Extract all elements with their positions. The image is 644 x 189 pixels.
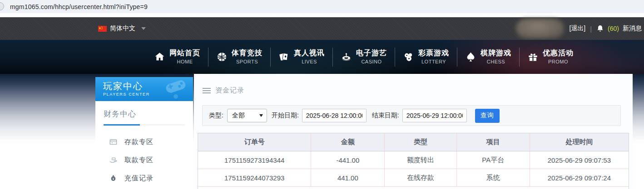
cell-amount: 441.00 xyxy=(311,169,385,186)
cell-amount: -441.00 xyxy=(311,151,385,169)
favicon-icon xyxy=(0,2,4,10)
money-bag-icon xyxy=(109,174,118,183)
cell-project: PA平台 xyxy=(457,151,530,169)
nav-item-lives[interactable]: 真人视讯 LIVES xyxy=(271,40,332,74)
cell-project: 系统 xyxy=(457,169,530,186)
type-select-value: 全部 xyxy=(232,111,245,120)
sidebar-item-label: 取款专区 xyxy=(124,156,154,165)
search-button[interactable]: 查询 xyxy=(475,109,500,123)
nav-label-en: LOTTERY xyxy=(421,59,446,64)
nav-label-en: LIVES xyxy=(302,59,317,64)
col-process-time: 处理时间 xyxy=(530,133,629,151)
basketball-icon xyxy=(216,51,228,63)
page-background: 玩家中心 PLAYERS CENTER 财务中心 xyxy=(0,74,644,189)
nav-item-promo[interactable]: 优惠活动 PROMO xyxy=(520,40,581,74)
cell-order-number: 1751159273194344 xyxy=(198,151,311,169)
start-date-label: 开始日期: xyxy=(272,111,299,120)
withdraw-hand-icon xyxy=(109,156,118,165)
nav-label-en: SPORTS xyxy=(236,59,258,64)
col-amount: 金额 xyxy=(311,133,385,151)
sidebar-item-deposit-zone[interactable]: 存款专区 xyxy=(95,133,193,151)
table-row-partial xyxy=(198,187,629,189)
home-icon xyxy=(154,51,165,63)
sidebar-section-finance: 财务中心 xyxy=(95,101,193,129)
nav-item-home[interactable]: 网站首页 HOME xyxy=(146,40,208,74)
gift-icon xyxy=(527,51,539,63)
hamburger-icon xyxy=(203,88,211,93)
type-select[interactable]: 全部 xyxy=(227,109,267,122)
end-date-label: 结束日期: xyxy=(372,111,399,120)
messages-link[interactable]: (60) 新消息 xyxy=(596,24,642,33)
filter-bar: 类型: 全部 开始日期: 结束日期: 查询 xyxy=(202,105,621,126)
section-title: 财务中心 xyxy=(104,109,185,119)
page-title: 资金记录 xyxy=(215,86,244,95)
sidebar-header[interactable]: 玩家中心 PLAYERS CENTER xyxy=(95,77,193,101)
type-label: 类型: xyxy=(209,111,223,120)
nav-label-en: CHESS xyxy=(487,59,505,64)
col-project: 项目 xyxy=(457,133,530,151)
section-divider xyxy=(104,125,185,125)
nav-label-zh: 体育竞技 xyxy=(232,49,263,57)
sidebar-item-label: 存款专区 xyxy=(124,138,154,146)
roulette-icon xyxy=(341,51,352,63)
sidebar: 玩家中心 PLAYERS CENTER 财务中心 xyxy=(95,77,193,189)
language-selector[interactable]: 简体中文 xyxy=(98,17,146,40)
sidebar-item-label: 充值记录 xyxy=(124,174,154,183)
nav-label-en: HOME xyxy=(177,59,193,64)
main-content: 资金记录 类型: 全部 开始日期: 结束日期: 查询 订单号 金额 类型 项目 … xyxy=(194,74,633,189)
start-date-input[interactable] xyxy=(302,109,367,122)
message-count-badge: (60) xyxy=(608,25,619,32)
nav-label-en: CASINO xyxy=(361,59,381,64)
sidebar-item-recharge-records[interactable]: 充值记录 xyxy=(95,169,193,187)
col-type: 类型 xyxy=(385,133,456,151)
cell-type: 在线存款 xyxy=(385,169,456,186)
chevron-down-icon xyxy=(141,27,146,30)
nav-label-zh: 网站首页 xyxy=(169,49,200,57)
message-label: 新消息 xyxy=(623,24,642,33)
table-header-row: 订单号 金额 类型 项目 处理时间 xyxy=(198,133,629,151)
nav-item-casino[interactable]: 电子游艺 CASINO xyxy=(333,40,395,74)
china-flag-icon xyxy=(98,26,107,32)
nav-label-zh: 彩票游戏 xyxy=(418,49,449,57)
nav-item-lottery[interactable]: 彩票游戏 LOTTERY xyxy=(395,40,457,74)
nav-label-en: PROMO xyxy=(548,59,568,64)
lottery-balls-icon xyxy=(403,51,414,63)
sidebar-item-withdraw-zone[interactable]: 取款专区 xyxy=(95,151,193,169)
username-redacted xyxy=(516,19,564,39)
nav-item-sports[interactable]: 体育竞技 SPORTS xyxy=(208,40,270,74)
nav-label-zh: 棋牌游戏 xyxy=(481,49,511,57)
cell-process-time: 2025-06-29 09:07:53 xyxy=(530,151,629,169)
cell-type: 额度转出 xyxy=(385,151,456,169)
table-row: 1751159273194344 -441.00 额度转出 PA平台 2025-… xyxy=(198,151,629,169)
end-date-input[interactable] xyxy=(402,109,467,122)
url-text[interactable]: mgm1065.com/hhcp/usercenter.html?iniType… xyxy=(10,3,148,10)
header-divider: | xyxy=(590,25,592,33)
bell-icon xyxy=(596,24,604,33)
spade-icon xyxy=(465,51,476,63)
site-top-header: 简体中文 [退出] | (60) 新消息 xyxy=(0,17,644,40)
logout-button[interactable]: [退出] xyxy=(569,24,585,33)
deposit-card-icon xyxy=(109,138,118,146)
nav-label-zh: 电子游艺 xyxy=(356,49,387,57)
main-nav: 网站首页 HOME 体育竞技 SPORTS 真人视讯 LIVES xyxy=(0,40,644,74)
cell-process-time: 2025-06-29 09:07:24 xyxy=(530,169,629,186)
table-row: 1751159244073293 441.00 在线存款 系统 2025-06-… xyxy=(198,169,629,187)
chevron-down-icon xyxy=(259,114,263,117)
nav-label-zh: 真人视讯 xyxy=(294,49,325,57)
nav-item-chess[interactable]: 棋牌游戏 CHESS xyxy=(457,40,519,74)
cards-icon xyxy=(278,51,290,63)
language-label: 简体中文 xyxy=(110,24,135,33)
browser-url-bar[interactable]: mgm1065.com/hhcp/usercenter.html?iniType… xyxy=(0,0,644,13)
nav-label-zh: 优惠活动 xyxy=(543,49,574,57)
col-order-number: 订单号 xyxy=(198,133,311,151)
cell-order-number: 1751159244073293 xyxy=(198,169,311,186)
sidebar-item-withdrawal-records[interactable]: 提现记录 xyxy=(95,187,193,189)
gamepad-icon xyxy=(162,79,189,99)
funds-table: 订单号 金额 类型 项目 处理时间 1751159273194344 -441.… xyxy=(198,133,629,189)
